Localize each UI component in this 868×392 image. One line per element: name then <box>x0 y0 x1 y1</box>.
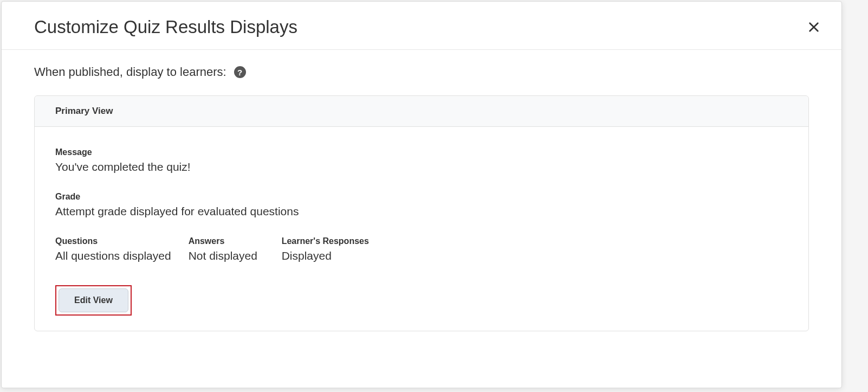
message-block: Message You've completed the quiz! <box>55 147 788 173</box>
edit-view-highlight: Edit View <box>55 285 132 316</box>
responses-label: Learner's Responses <box>282 236 369 246</box>
answers-label: Answers <box>189 236 264 246</box>
customize-quiz-results-modal: Customize Quiz Results Displays When pub… <box>1 1 842 388</box>
answers-value: Not displayed <box>189 249 264 262</box>
help-icon[interactable]: ? <box>234 66 246 78</box>
answers-column: Answers Not displayed <box>189 236 264 262</box>
close-button[interactable] <box>806 19 822 35</box>
message-value: You've completed the quiz! <box>55 160 788 173</box>
questions-value: All questions displayed <box>55 249 171 262</box>
responses-value: Displayed <box>282 249 369 262</box>
grade-label: Grade <box>55 192 788 202</box>
questions-column: Questions All questions displayed <box>55 236 171 262</box>
modal-header: Customize Quiz Results Displays <box>2 2 841 50</box>
grade-block: Grade Attempt grade displayed for evalua… <box>55 192 788 218</box>
grade-value: Attempt grade displayed for evaluated qu… <box>55 205 788 218</box>
primary-view-title: Primary View <box>55 106 788 117</box>
close-icon <box>808 21 820 33</box>
edit-view-button[interactable]: Edit View <box>59 288 128 312</box>
primary-view-card-body: Message You've completed the quiz! Grade… <box>35 127 808 331</box>
columns-row: Questions All questions displayed Answer… <box>55 236 788 262</box>
section-label-row: When published, display to learners: ? <box>34 65 809 79</box>
modal-title: Customize Quiz Results Displays <box>34 17 297 37</box>
primary-view-card-header: Primary View <box>35 96 808 127</box>
modal-body[interactable]: When published, display to learners: ? P… <box>2 50 841 388</box>
primary-view-card: Primary View Message You've completed th… <box>34 95 809 331</box>
message-label: Message <box>55 147 788 157</box>
responses-column: Learner's Responses Displayed <box>282 236 369 262</box>
questions-label: Questions <box>55 236 171 246</box>
section-label: When published, display to learners: <box>34 65 226 79</box>
